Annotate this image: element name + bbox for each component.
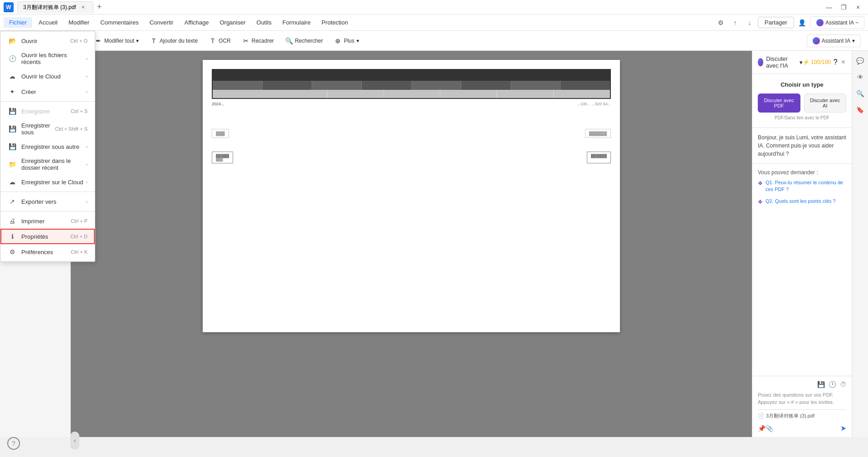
pdf-date-row: 2024... ...100... ...920 64... [212, 102, 611, 106]
ai-pin-icon[interactable]: 📌 [758, 425, 766, 432]
fm-creer-icon: ✦ [8, 87, 17, 96]
help-button[interactable]: ? [7, 437, 20, 450]
menu-outils[interactable]: Outils [251, 17, 277, 28]
ai-score-icon: ⚡ [803, 59, 809, 65]
settings-icon[interactable]: ⚙ [714, 16, 727, 29]
ai-label: Assistant IA ~ [825, 20, 858, 26]
fm-export-icon: ↗ [8, 197, 17, 206]
fm-imprimer[interactable]: 🖨 Imprimer Ctrl + P [0, 213, 95, 229]
menu-formulaire[interactable]: Formulaire [277, 17, 316, 28]
menu-protection[interactable]: Protection [316, 17, 354, 28]
right-icon-chat[interactable]: 💬 [854, 54, 867, 67]
fm-export-arrow: › [86, 199, 88, 204]
fm-ouvrir-cloud[interactable]: ☁ Ouvrir le Cloud › [0, 69, 95, 84]
fm-ouvrir-recents[interactable]: 🕐 Ouvrir les fichiers récents › [0, 49, 95, 69]
ai-suggestion-2[interactable]: ❖ Q2. Quels sont les points clés ? [758, 198, 846, 206]
fm-prop-icon: ℹ [8, 232, 17, 241]
fm-ouvrir-icon: 📂 [8, 36, 17, 45]
ocr-button[interactable]: T OCR [204, 34, 235, 47]
ai-history-icon[interactable]: 🕐 [829, 381, 836, 388]
fm-save-cloud-icon: ☁ [8, 177, 17, 187]
menu-accueil[interactable]: Accueil [33, 17, 63, 28]
fm-enregistrer-sous[interactable]: 💾 Enregistrer sous Ctrl + Shift + S [0, 119, 95, 139]
share-button[interactable]: Partager [758, 17, 794, 28]
fm-proprietes[interactable]: ℹ Propriétés Ctrl + D [0, 229, 95, 244]
new-tab-button[interactable]: + [93, 2, 106, 12]
menu-modifier[interactable]: Modifier [63, 17, 95, 28]
menu-commentaires[interactable]: Commentaires [95, 17, 144, 28]
fm-exporter[interactable]: ↗ Exporter vers › [0, 194, 95, 209]
fm-divider-1 [0, 101, 95, 102]
fm-save-other-arrow: › [86, 144, 88, 149]
ai-save-icon[interactable]: 💾 [817, 381, 825, 388]
ai-assistant-button[interactable]: Assistant IA ~ [810, 16, 864, 29]
fm-enregistrer: 💾 Enregistrer Ctrl + S [0, 103, 95, 119]
fm-save-folder-arrow: › [86, 162, 88, 167]
fm-save-other-label: Enregistrer sous autre [21, 143, 84, 150]
window-controls: — ❐ × [823, 2, 864, 12]
right-icon-eye[interactable]: 👁 [854, 71, 867, 84]
menu-affichage[interactable]: Affichage [179, 17, 214, 28]
maximize-button[interactable]: ❐ [837, 2, 850, 12]
ai-panel-title-area: Discuter avec l'IA ▾ [758, 55, 803, 69]
ai-score: ⚡ 100/100 [803, 59, 830, 65]
modify-all-button[interactable]: ✒ Modifier tout ▾ [90, 34, 143, 47]
ai-input-area: 💾 🕐 ⏱ Posez des questions sur vos PDF. A… [752, 376, 852, 437]
fm-pref-shortcut: Ctrl + K [71, 249, 88, 255]
suggestion-2-text: Q2. Quels sont les points clés ? [766, 198, 836, 205]
rechercher-icon: 🔍 [285, 37, 293, 45]
ai-send-button[interactable]: ➤ [840, 424, 846, 432]
right-icon-search[interactable]: 🔍 [854, 87, 867, 100]
close-window-button[interactable]: × [852, 2, 864, 12]
ai-type-pdf-button[interactable]: Discuter avecPDF [758, 93, 800, 113]
modify-all-icon: ✒ [94, 37, 102, 45]
add-text-label: Ajouter du texte [160, 38, 198, 44]
fm-enregistrer-dossier[interactable]: 📁 Enregistrer dans le dossier récent › [0, 154, 95, 174]
ai-help-button[interactable]: ? [834, 58, 838, 66]
collapse-panel-button[interactable]: ‹ [70, 432, 79, 450]
menu-fichier[interactable]: Fichier [4, 17, 32, 28]
menu-bar: Fichier Accueil Modifier Commentaires Co… [0, 15, 868, 31]
ai-attach-icon[interactable]: 📎 [766, 425, 773, 432]
fm-ouvrir-shortcut: Ctrl + O [70, 38, 88, 44]
tab-close-button[interactable]: × [79, 4, 88, 10]
fm-recents-arrow: › [86, 56, 88, 61]
menu-organiser[interactable]: Organiser [214, 17, 251, 28]
ai-type-title: Choisir un type [758, 81, 846, 88]
ai-type-section: Choisir un type Discuter avecPDF Discute… [752, 74, 852, 128]
ai-settings-icon[interactable]: ⏱ [840, 381, 846, 388]
fm-enregistrer-autre[interactable]: 💾 Enregistrer sous autre › [0, 139, 95, 154]
ai-toolbar-logo [813, 37, 820, 44]
ai-panel-close-button[interactable]: × [840, 57, 846, 67]
rechercher-button[interactable]: 🔍 Rechercher [280, 34, 327, 47]
recadrer-button[interactable]: ✂ Recadrer [237, 34, 278, 47]
menu-convertir[interactable]: Convertir [144, 17, 179, 28]
ai-toolbar-button[interactable]: Assistant IA ▾ [807, 34, 861, 47]
add-text-button[interactable]: T Ajouter du texte [145, 34, 202, 47]
fm-ouvrir-label: Ouvrir [21, 38, 67, 44]
fm-enregistrer-cloud[interactable]: ☁ Enregistrer sur le Cloud › [0, 174, 95, 190]
ai-greeting: Bonjour, je suis Lumi, votre assistant I… [752, 128, 852, 164]
ai-panel-dropdown-icon[interactable]: ▾ [800, 59, 803, 66]
fm-recents-icon: 🕐 [8, 54, 17, 63]
ai-input-icons: 💾 🕐 ⏱ [758, 381, 846, 388]
fm-save-shortcut: Ctrl + S [71, 108, 88, 114]
fm-save-as-icon: 💾 [8, 124, 17, 133]
fm-cloud-label: Ouvrir le Cloud [21, 73, 84, 80]
suggestion-1-icon: ❖ [758, 180, 763, 187]
minimize-button[interactable]: — [823, 2, 835, 12]
download-icon[interactable]: ↓ [743, 16, 756, 29]
fm-pref-icon: ⚙ [8, 247, 17, 256]
ai-type-ai-button[interactable]: Discuter avecAI [804, 93, 847, 113]
fm-creer[interactable]: ✦ Créer › [0, 84, 95, 99]
pdf-table [212, 69, 611, 99]
plus-button[interactable]: ⊕ Plus ▾ [329, 34, 363, 47]
user-icon[interactable]: 👤 [796, 16, 809, 29]
ai-suggestion-1[interactable]: ❖ Q1. Peux-tu résumer le contenu de ces … [758, 179, 846, 193]
ai-type-buttons: Discuter avecPDF Discuter avecAI [758, 93, 846, 113]
fm-preferences[interactable]: ⚙ Préférences Ctrl + K [0, 244, 95, 260]
right-icon-bookmark[interactable]: 🔖 [854, 103, 867, 116]
toolbar-tabs: − + ✏️ ⬜ ▾ ✒ Modifier tout ▾ T Ajouter d… [0, 31, 868, 51]
fm-ouvrir[interactable]: 📂 Ouvrir Ctrl + O [0, 33, 95, 49]
upload-icon[interactable]: ↑ [729, 16, 741, 29]
